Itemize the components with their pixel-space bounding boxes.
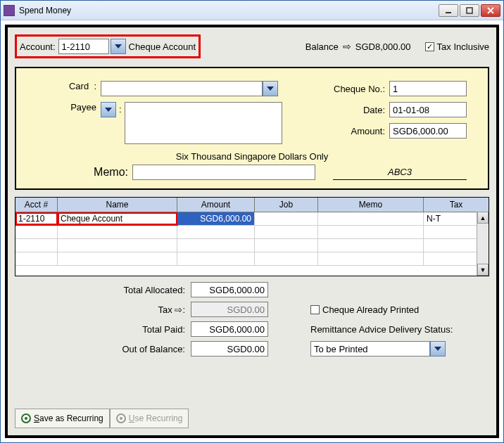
total-allocated-label: Total Allocated: xyxy=(15,285,191,295)
memo-input[interactable] xyxy=(132,165,315,180)
total-allocated-value xyxy=(191,282,268,297)
remittance-dropdown-button[interactable] xyxy=(430,341,446,357)
table-row[interactable] xyxy=(15,252,489,266)
account-name: Cheque Account xyxy=(129,41,196,52)
scroll-down-button[interactable]: ▼ xyxy=(477,264,489,276)
tax-inclusive-checkbox[interactable]: ✓ xyxy=(425,42,434,51)
col-acct[interactable]: Acct # xyxy=(15,198,58,212)
date-label: Date: xyxy=(363,105,389,115)
save-recurring-text: ave as Recurring xyxy=(39,413,103,423)
cheque-printed-checkbox[interactable] xyxy=(310,305,320,314)
payee-input[interactable] xyxy=(125,102,282,144)
save-as-recurring-button[interactable]: Save as Recurring xyxy=(15,409,110,428)
balance-label: Balance xyxy=(305,41,339,52)
cell-memo[interactable] xyxy=(318,212,424,225)
recurring-icon xyxy=(116,413,126,423)
amount-label: Amount: xyxy=(351,126,389,136)
account-highlight: Account: Cheque Account xyxy=(15,34,201,58)
scroll-up-button[interactable]: ▲ xyxy=(477,212,489,224)
cheque-panel: Card : Cheque No.: Payee : Date: xyxy=(15,67,489,190)
payee-dropdown-button[interactable] xyxy=(101,102,116,117)
col-name[interactable]: Name xyxy=(58,198,177,212)
memo-label: Memo: xyxy=(37,166,132,179)
col-job[interactable]: Job xyxy=(255,198,318,212)
col-tax[interactable]: Tax xyxy=(424,198,489,212)
out-of-balance-value xyxy=(191,341,268,357)
spend-money-window: Spend Money Account: Cheque Account Bala… xyxy=(0,0,504,443)
amount-input[interactable] xyxy=(389,123,467,139)
cell-acct[interactable]: 1-2110 xyxy=(15,212,58,225)
window-title: Spend Money xyxy=(19,6,439,15)
remittance-label: Remittance Advice Delivery Status: xyxy=(310,324,453,335)
payee-label: Payee xyxy=(70,102,96,113)
cell-job[interactable] xyxy=(255,212,318,225)
use-recurring-button[interactable]: Use Recurring xyxy=(110,409,189,428)
close-button[interactable] xyxy=(481,4,500,17)
cell-amount[interactable]: SGD6,000.00 xyxy=(177,212,255,225)
table-row[interactable]: 1-2110 Cheque Account SGD6,000.00 N-T xyxy=(15,212,489,226)
table-row[interactable] xyxy=(15,239,489,252)
table-scrollbar[interactable]: ▲ ▼ xyxy=(477,212,489,276)
cell-name[interactable]: Cheque Account xyxy=(58,212,177,225)
svg-rect-0 xyxy=(446,12,451,13)
maximize-button[interactable] xyxy=(460,4,479,17)
cheque-printed-label: Cheque Already Printed xyxy=(322,304,419,315)
date-input[interactable] xyxy=(389,102,467,117)
reference-line: ABC3 xyxy=(333,165,467,180)
total-paid-value xyxy=(191,321,268,337)
cheque-no-label: Cheque No.: xyxy=(334,84,389,94)
recurring-icon xyxy=(21,413,31,423)
col-amount[interactable]: Amount xyxy=(177,198,255,212)
svg-rect-1 xyxy=(467,8,472,13)
remittance-select[interactable] xyxy=(310,341,430,357)
account-label: Account: xyxy=(20,41,56,52)
allocation-table: Acct # Name Amount Job Memo Tax 1-2110 C… xyxy=(15,197,489,276)
minimize-button[interactable] xyxy=(439,4,458,17)
col-memo[interactable]: Memo xyxy=(318,198,424,212)
tax-label: Tax xyxy=(158,304,172,315)
out-of-balance-label: Out of Balance: xyxy=(15,344,191,354)
titlebar: Spend Money xyxy=(1,1,503,20)
card-dropdown-button[interactable] xyxy=(263,81,278,96)
card-input[interactable] xyxy=(101,81,263,96)
balance-arrow-icon[interactable]: ⇨ xyxy=(343,41,351,52)
tax-value xyxy=(191,302,268,317)
app-icon xyxy=(4,5,15,16)
use-recurring-text: se Recurring xyxy=(134,413,182,423)
amount-in-words: Six Thousand Singapore Dollars Only xyxy=(37,151,467,162)
total-paid-label: Total Paid: xyxy=(15,324,191,335)
tax-inclusive-label: Tax Inclusive xyxy=(437,41,489,52)
account-dropdown-button[interactable] xyxy=(111,39,126,54)
tax-arrow-icon[interactable]: ⇨ xyxy=(175,304,182,315)
card-label: Card xyxy=(69,81,89,91)
balance-value: SGD8,000.00 xyxy=(355,41,411,52)
table-row[interactable] xyxy=(15,226,489,239)
cheque-no-input[interactable] xyxy=(389,81,467,96)
account-input[interactable] xyxy=(58,39,109,54)
